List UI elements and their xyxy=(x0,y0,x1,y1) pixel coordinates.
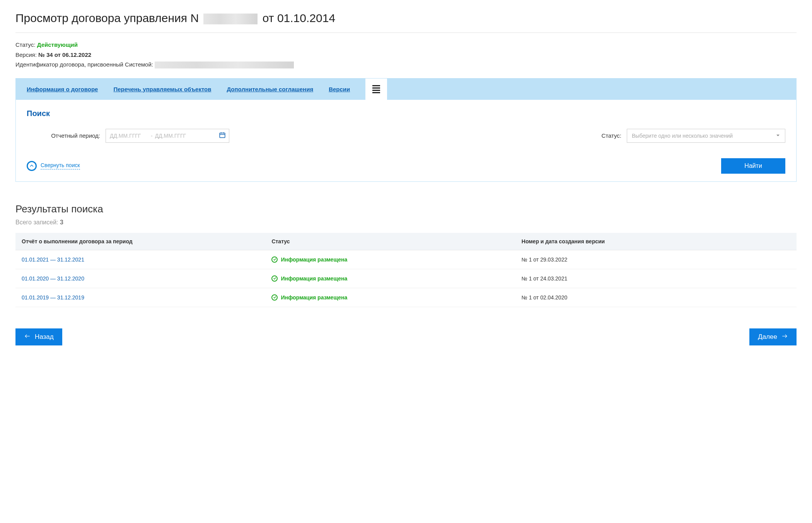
arrow-left-icon xyxy=(24,333,31,341)
results-count: Всего записей: 3 xyxy=(15,219,797,226)
main-panel: Информация о договоре Перечень управляем… xyxy=(15,78,797,182)
status-value: Действующий xyxy=(37,41,78,48)
date-range-input[interactable]: - xyxy=(106,129,229,143)
chevron-up-icon xyxy=(27,161,37,171)
id-label: Идентификатор договора, присвоенный Сист… xyxy=(15,61,153,68)
hamburger-icon xyxy=(372,85,380,93)
total-label: Всего записей: xyxy=(15,219,58,226)
arrow-right-icon xyxy=(781,333,788,341)
collapse-search-link[interactable]: Свернуть поиск xyxy=(27,161,80,171)
col-version-header: Номер и дата создания версии xyxy=(515,233,797,250)
version-value: № 34 от 06.12.2022 xyxy=(38,51,91,58)
footer-nav: Назад Далее xyxy=(15,328,797,345)
status-select[interactable]: Выберите одно или несколько значений xyxy=(627,129,785,143)
status-cell: Информация размещена xyxy=(271,256,509,263)
back-button[interactable]: Назад xyxy=(15,328,62,345)
table-row: 01.01.2021 — 31.12.2021Информация размещ… xyxy=(15,250,797,269)
tab-objects[interactable]: Перечень управляемых объектов xyxy=(113,79,211,100)
date-separator: - xyxy=(151,133,153,139)
table-row: 01.01.2020 — 31.12.2020Информация размещ… xyxy=(15,269,797,288)
redacted-number xyxy=(203,14,258,24)
status-filter-label: Статус: xyxy=(601,132,621,139)
title-suffix: от 01.10.2014 xyxy=(263,12,335,24)
tab-agreements[interactable]: Дополнительные соглашения xyxy=(227,79,314,100)
table-header-row: Отчёт о выполнении договора за период Ст… xyxy=(15,233,797,250)
tab-versions[interactable]: Версии xyxy=(329,79,350,100)
status-field: Статус: Выберите одно или несколько знач… xyxy=(410,129,785,143)
status-select-placeholder: Выберите одно или несколько значений xyxy=(632,133,733,139)
status-label: Статус: xyxy=(15,41,36,48)
total-value: 3 xyxy=(60,219,63,226)
status-text: Информация размещена xyxy=(281,256,347,263)
calendar-icon[interactable] xyxy=(219,132,226,140)
search-title: Поиск xyxy=(27,109,785,118)
status-text: Информация размещена xyxy=(281,294,347,301)
search-row: Отчетный период: - Статус: Выберите одно… xyxy=(27,129,785,143)
date-to-input[interactable] xyxy=(155,133,194,139)
redacted-id xyxy=(155,62,294,68)
divider xyxy=(15,32,797,33)
collapse-text: Свернуть поиск xyxy=(41,162,80,169)
check-icon xyxy=(271,294,278,301)
search-section: Поиск Отчетный период: - Статус: Выберит… xyxy=(16,100,796,181)
status-cell: Информация размещена xyxy=(271,294,509,301)
period-link[interactable]: 01.01.2019 — 31.12.2019 xyxy=(22,294,84,301)
next-button[interactable]: Далее xyxy=(749,328,797,345)
period-link[interactable]: 01.01.2020 — 31.12.2020 xyxy=(22,275,84,282)
tab-info[interactable]: Информация о договоре xyxy=(27,79,98,100)
version-cell: № 1 от 02.04.2020 xyxy=(515,288,797,307)
check-icon xyxy=(271,275,278,282)
next-label: Далее xyxy=(758,333,777,341)
search-button[interactable]: Найти xyxy=(721,158,785,174)
svg-rect-0 xyxy=(220,133,225,138)
meta-block: Статус: Действующий Версия: № 34 от 06.1… xyxy=(15,40,797,70)
results-title: Результаты поиска xyxy=(15,203,797,215)
status-cell: Информация размещена xyxy=(271,275,509,282)
back-label: Назад xyxy=(35,333,54,341)
status-text: Информация размещена xyxy=(281,275,347,282)
tab-reports-active[interactable] xyxy=(365,79,387,100)
tabstrip: Информация о договоре Перечень управляем… xyxy=(16,79,796,100)
check-icon xyxy=(271,256,278,263)
version-cell: № 1 от 24.03.2021 xyxy=(515,269,797,288)
period-label: Отчетный период: xyxy=(27,132,100,139)
period-field: Отчетный период: - xyxy=(27,129,402,143)
chevron-down-icon xyxy=(776,133,780,139)
title-prefix: Просмотр договора управления N xyxy=(15,12,199,24)
col-status-header: Статус xyxy=(265,233,515,250)
results-table: Отчёт о выполнении договора за период Ст… xyxy=(15,233,797,307)
version-cell: № 1 от 29.03.2022 xyxy=(515,250,797,269)
collapse-row: Свернуть поиск Найти xyxy=(27,158,785,174)
date-from-input[interactable] xyxy=(110,133,148,139)
period-link[interactable]: 01.01.2021 — 31.12.2021 xyxy=(22,256,84,263)
table-row: 01.01.2019 — 31.12.2019Информация размещ… xyxy=(15,288,797,307)
version-label: Версия: xyxy=(15,51,37,58)
col-period-header: Отчёт о выполнении договора за период xyxy=(15,233,265,250)
page-title: Просмотр договора управления N от 01.10.… xyxy=(15,12,797,25)
